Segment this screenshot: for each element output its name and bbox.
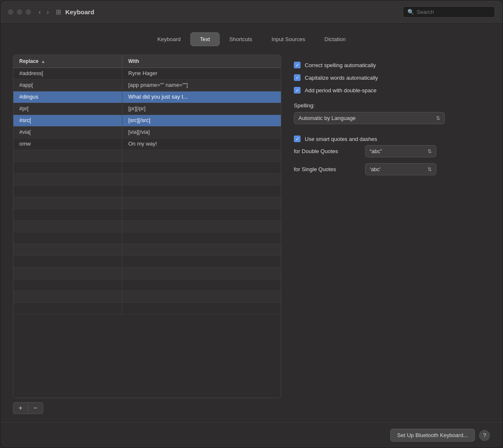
grid-icon: ⊞ [56,8,61,16]
capitalize-words-label: Capitalize words automatically [305,75,378,81]
setup-bluetooth-button[interactable]: Set Up Bluetooth Keyboard... [390,429,475,442]
nav-buttons: ‹ › [37,8,51,17]
remove-row-button[interactable]: − [28,402,43,414]
cell-with: What did you just say t... [122,91,281,103]
table-row[interactable]: #app[ [app pname="" name=""] [13,80,281,91]
keyboard-window: ‹ › ⊞ Keyboard 🔍 Keyboard Text Shortcuts… [0,0,503,448]
search-icon: 🔍 [407,9,414,15]
tab-dictation[interactable]: Dictation [315,32,355,46]
smart-quotes-section: ✓ Use smart quotes and dashes for Double… [294,133,490,181]
table-row[interactable]: omw On my way! [13,138,281,150]
table-row[interactable]: #dingus What did you just say t... [13,91,281,103]
single-quotes-dropdown-arrow-icon: ⇅ [428,167,432,172]
cell-replace: #pr[ [13,103,122,115]
cell-replace: #address[ [13,68,122,79]
add-period-row: ✓ Add period with double-space [294,84,490,96]
capitalize-words-row: ✓ Capitalize words automatically [294,71,490,84]
table-section: Replace ▲ With #address[ Ryne Hager #app… [13,55,281,414]
single-quotes-row: for Single Quotes ‘abc’ ⇅ [294,163,490,175]
forward-button[interactable]: › [45,8,50,17]
cell-with: On my way! [122,138,281,150]
titlebar: ‹ › ⊞ Keyboard 🔍 [0,0,503,24]
spelling-value: Automatic by Language [298,115,356,121]
cell-replace: #src[ [13,115,122,126]
tab-shortcuts[interactable]: Shortcuts [220,32,262,46]
main-panel: Replace ▲ With #address[ Ryne Hager #app… [13,55,490,414]
spelling-dropdown[interactable]: Automatic by Language ⇅ [294,112,445,124]
table-controls: + − [13,402,281,414]
table-row[interactable]: #address[ Ryne Hager [13,68,281,80]
content-area: Keyboard Text Shortcuts Input Sources Di… [0,24,503,422]
capitalize-words-checkbox[interactable]: ✓ [294,74,301,81]
empty-table-row [13,174,281,185]
empty-table-row [13,291,281,303]
col-with-header: With [122,55,281,68]
bottom-bar: Set Up Bluetooth Keyboard... ? [0,422,503,448]
search-input[interactable] [417,9,490,15]
smart-quotes-row: ✓ Use smart quotes and dashes [294,133,490,145]
cell-replace: #via[ [13,127,122,138]
empty-table-row [13,209,281,221]
cell-replace: #dingus [13,91,122,103]
options-section: ✓ Correct spelling automatically ✓ Capit… [294,55,490,414]
table-body: #address[ Ryne Hager #app[ [app pname=""… [13,68,281,398]
cell-with: [src][/src] [122,115,281,126]
cell-replace: omw [13,138,122,150]
smart-quotes-label: Use smart quotes and dashes [305,136,377,142]
empty-table-row [13,256,281,268]
empty-table-row [13,162,281,174]
minimize-button[interactable] [17,9,22,15]
double-quotes-dropdown[interactable]: “abc” ⇅ [365,145,436,157]
search-box[interactable]: 🔍 [403,6,495,18]
cell-with: [app pname="" name=""] [122,80,281,91]
double-quotes-value: “abc” [370,148,382,154]
sort-arrow-icon: ▲ [41,59,45,64]
empty-table-row [13,232,281,244]
empty-table-row [13,197,281,209]
replace-table: Replace ▲ With #address[ Ryne Hager #app… [13,55,281,398]
double-quotes-row: for Double Quotes “abc” ⇅ [294,145,490,157]
empty-table-row [13,244,281,256]
cell-with: Ryne Hager [122,68,281,79]
add-period-label: Add period with double-space [305,87,376,94]
add-period-checkbox[interactable]: ✓ [294,87,301,94]
add-row-button[interactable]: + [13,402,28,414]
empty-table-row [13,185,281,197]
tabs-bar: Keyboard Text Shortcuts Input Sources Di… [13,32,490,46]
traffic-lights [8,9,31,15]
tab-keyboard[interactable]: Keyboard [148,32,190,46]
single-quotes-dropdown[interactable]: ‘abc’ ⇅ [365,163,436,175]
smart-quotes-checkbox[interactable]: ✓ [294,135,301,142]
correct-spelling-checkbox[interactable]: ✓ [294,62,301,68]
single-quotes-value: ‘abc’ [370,166,381,172]
correct-spelling-row: ✓ Correct spelling automatically [294,59,490,71]
table-header: Replace ▲ With [13,55,281,68]
empty-table-row [13,268,281,279]
correct-spelling-label: Correct spelling automatically [305,62,376,68]
help-button[interactable]: ? [479,430,490,441]
window-title: Keyboard [65,8,403,16]
double-quotes-label: for Double Quotes [294,148,361,154]
empty-table-row [13,150,281,162]
cell-with: [via][/via] [122,127,281,138]
cell-with: [pr][/pr] [122,103,281,115]
single-quotes-label: for Single Quotes [294,166,361,172]
back-button[interactable]: ‹ [37,8,42,17]
double-quotes-dropdown-arrow-icon: ⇅ [428,148,432,154]
empty-table-row [13,303,281,315]
empty-table-row [13,221,281,232]
close-button[interactable] [8,9,13,15]
col-replace-header[interactable]: Replace ▲ [13,55,122,68]
tab-input-sources[interactable]: Input Sources [262,32,315,46]
maximize-button[interactable] [26,9,31,15]
empty-table-row [13,279,281,291]
spelling-dropdown-arrow-icon: ⇅ [436,115,440,121]
table-row[interactable]: #src[ [src][/src] [13,115,281,127]
spelling-label: Spelling: [294,102,490,109]
cell-replace: #app[ [13,80,122,91]
tab-text[interactable]: Text [190,32,220,46]
table-row[interactable]: #pr[ [pr][/pr] [13,103,281,115]
table-row[interactable]: #via[ [via][/via] [13,127,281,138]
